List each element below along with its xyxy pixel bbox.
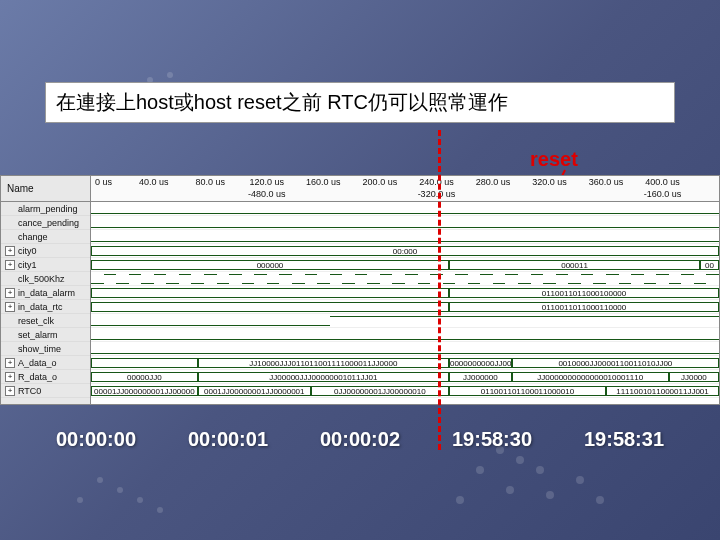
- timestamp: 00:00:00: [56, 428, 136, 451]
- signal-row[interactable]: change: [1, 230, 90, 244]
- bus-segment: 00:000: [91, 246, 719, 256]
- bus-segment: JJ00000JJJ00000001011JJ01: [198, 372, 449, 382]
- expand-icon[interactable]: +: [5, 260, 15, 270]
- signal-label: in_data_alarm: [18, 288, 75, 298]
- wave-row: 00:000: [91, 244, 719, 258]
- bus-segment: 011001101100011000010: [449, 386, 606, 396]
- bus-segment: JJ10000JJJ011011001111000011JJ0000: [198, 358, 449, 368]
- bus-segment: JJ0000000000000010001110: [512, 372, 669, 382]
- time-ruler: 0 us40.0 us80.0 us120.0 us160.0 us200.0 …: [91, 176, 719, 202]
- svg-point-5: [476, 466, 484, 474]
- svg-point-8: [576, 476, 584, 484]
- svg-point-10: [456, 496, 464, 504]
- signal-row[interactable]: clk_500Khz: [1, 272, 90, 286]
- time-tick: 40.0 us: [139, 177, 169, 187]
- time-tick: 160.0 us: [306, 177, 341, 187]
- signal-row[interactable]: +RTC0: [1, 384, 90, 398]
- signal-row[interactable]: set_alarm: [1, 328, 90, 342]
- signal-label: RTC0: [18, 386, 41, 396]
- signal-row[interactable]: +city1: [1, 258, 90, 272]
- signal-row[interactable]: reset_clk: [1, 314, 90, 328]
- wave-row: JJ10000JJJ011011001111000011JJ0000000000…: [91, 356, 719, 370]
- signal-row[interactable]: +A_data_o: [1, 356, 90, 370]
- bus-segment: 0000000000JJ00000: [449, 358, 512, 368]
- wave-row: [91, 230, 719, 244]
- svg-point-14: [77, 497, 83, 503]
- svg-point-15: [157, 507, 163, 513]
- signal-name-column: Name alarm_pendingcance_pendingchange+ci…: [1, 176, 91, 404]
- reset-annotation: reset: [530, 148, 578, 171]
- signal-row[interactable]: +in_data_alarm: [1, 286, 90, 300]
- signal-label: clk_500Khz: [18, 274, 65, 284]
- time-tick: -160.0 us: [644, 189, 682, 199]
- page-title: 在連接上host或host reset之前 RTC仍可以照常運作: [45, 82, 675, 123]
- signal-row[interactable]: +in_data_rtc: [1, 300, 90, 314]
- wave-row: [91, 314, 719, 328]
- expand-icon[interactable]: +: [5, 302, 15, 312]
- signal-label: city1: [18, 260, 37, 270]
- time-tick: 80.0 us: [196, 177, 226, 187]
- name-header: Name: [1, 176, 90, 202]
- expand-icon[interactable]: +: [5, 246, 15, 256]
- bus-segment: [91, 288, 449, 298]
- signal-label: A_data_o: [18, 358, 57, 368]
- svg-point-13: [137, 497, 143, 503]
- waveform-rows: 00:0000000000000110001100110110001000000…: [91, 202, 719, 404]
- bus-segment: [91, 302, 449, 312]
- signal-label: in_data_rtc: [18, 302, 63, 312]
- bus-segment: 0110011011000110000: [449, 302, 719, 312]
- wave-row: 0110011011000110000: [91, 300, 719, 314]
- time-tick: 200.0 us: [363, 177, 398, 187]
- time-tick: 320.0 us: [532, 177, 567, 187]
- bus-segment: 00: [700, 260, 719, 270]
- wave-row: 00000JJ0JJ00000JJJ00000001011JJ01JJ00000…: [91, 370, 719, 384]
- expand-icon[interactable]: +: [5, 386, 15, 396]
- time-tick: 0 us: [95, 177, 112, 187]
- signal-label: show_time: [18, 344, 61, 354]
- expand-icon[interactable]: +: [5, 372, 15, 382]
- timestamp-labels: 00:00:00 00:00:01 00:00:02 19:58:30 19:5…: [0, 428, 720, 451]
- signal-row[interactable]: cance_pending: [1, 216, 90, 230]
- time-tick: -320.0 us: [418, 189, 456, 199]
- timestamp: 00:00:02: [320, 428, 400, 451]
- bus-segment: 0JJ00000001JJ00000010: [311, 386, 449, 396]
- svg-point-11: [97, 477, 103, 483]
- svg-point-6: [506, 486, 514, 494]
- wave-row: [91, 342, 719, 356]
- signal-row[interactable]: +R_data_o: [1, 370, 90, 384]
- bus-segment: 1111001011000011JJ001: [606, 386, 719, 396]
- time-tick: 280.0 us: [476, 177, 511, 187]
- expand-icon[interactable]: +: [5, 358, 15, 368]
- timestamp: 00:00:01: [188, 428, 268, 451]
- bus-segment: 0110011011000100000: [449, 288, 719, 298]
- bus-segment: [91, 358, 198, 368]
- signal-label: city0: [18, 246, 37, 256]
- wave-row: [91, 328, 719, 342]
- expand-icon[interactable]: +: [5, 288, 15, 298]
- waveform-area: 0 us40.0 us80.0 us120.0 us160.0 us200.0 …: [91, 176, 719, 404]
- signal-label: R_data_o: [18, 372, 57, 382]
- bus-segment: 000011: [449, 260, 700, 270]
- signal-label: cance_pending: [18, 218, 79, 228]
- wave-row: [91, 272, 719, 286]
- time-tick: 360.0 us: [589, 177, 624, 187]
- timestamp: 19:58:31: [584, 428, 664, 451]
- time-tick: 240.0 us: [419, 177, 454, 187]
- bus-segment: 0010000JJ0000110011010JJ00: [512, 358, 719, 368]
- signal-label: change: [18, 232, 48, 242]
- wave-row: [91, 202, 719, 216]
- reset-divider-line: [438, 130, 441, 450]
- timestamp: 19:58:30: [452, 428, 532, 451]
- wave-row: 0110011011000100000: [91, 286, 719, 300]
- signal-row[interactable]: alarm_pending: [1, 202, 90, 216]
- signal-label: set_alarm: [18, 330, 58, 340]
- signal-row[interactable]: show_time: [1, 342, 90, 356]
- bus-segment: 0001JJ00000001JJ0000001: [198, 386, 311, 396]
- time-tick: 400.0 us: [645, 177, 680, 187]
- signal-row[interactable]: +city0: [1, 244, 90, 258]
- wave-row: [91, 216, 719, 230]
- svg-point-7: [546, 491, 554, 499]
- svg-point-9: [596, 496, 604, 504]
- waveform-viewer: Name alarm_pendingcance_pendingchange+ci…: [0, 175, 720, 405]
- wave-row: 00000000001100: [91, 258, 719, 272]
